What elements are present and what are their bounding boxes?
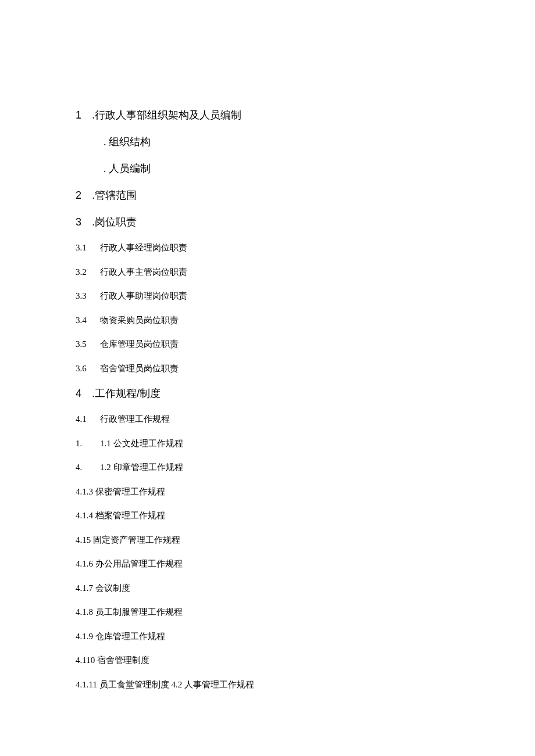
toc-title: .岗位职责	[92, 216, 137, 228]
toc-entry: 4.1.2 印章管理工作规程	[76, 461, 459, 474]
toc-number: 3.4	[76, 314, 100, 327]
toc-entry: 4.1.11 员工食堂管理制度 4.2 人事管理工作规程	[76, 678, 459, 691]
toc-number: 3	[76, 214, 92, 230]
toc-title: .工作规程/制度	[92, 388, 160, 399]
toc-title: 物资采购员岗位职责	[100, 316, 179, 325]
toc-entry: 4.110 宿舍管理制度	[76, 654, 459, 667]
toc-title: 行政管理工作规程	[100, 414, 170, 424]
toc-title: 4.1.8 员工制服管理工作规程	[76, 607, 183, 617]
toc-number: 3.6	[76, 362, 100, 375]
toc-title: 仓库管理员岗位职责	[100, 339, 179, 349]
toc-number: 4.1	[76, 413, 100, 426]
toc-title: 4.1.9 仓库管理工作规程	[76, 632, 165, 641]
toc-entry: . 人员编制	[76, 161, 459, 177]
toc-entry: 4.1.9 仓库管理工作规程	[76, 630, 459, 643]
toc-title: 1.2 印章管理工作规程	[100, 463, 183, 472]
toc-title: 行政人事经理岗位职责	[100, 243, 187, 252]
toc-number: 1.	[76, 437, 100, 450]
toc-title: .管辖范围	[92, 189, 137, 201]
toc-entry: 4.1.7 会议制度	[76, 582, 459, 595]
toc-entry: 3.6宿舍管理员岗位职责	[76, 362, 459, 375]
toc-entry: 3.5仓库管理员岗位职责	[76, 338, 459, 351]
toc-title: 行政人事助理岗位职责	[100, 291, 187, 300]
toc-title: 4.110 宿舍管理制度	[76, 655, 149, 665]
toc-entry: 3.岗位职责	[76, 214, 459, 230]
toc-entry: 4.工作规程/制度	[76, 386, 459, 402]
toc-number: 3.1	[76, 241, 100, 255]
toc-entry: 4.15 固定资产管理工作规程	[76, 533, 459, 547]
toc-entry: 4.1.6 办公用品管理工作规程	[76, 557, 459, 571]
toc-number: 3.3	[76, 289, 100, 303]
toc-number: 2	[76, 188, 92, 203]
toc-title: 4.1.6 办公用品管理工作规程	[76, 559, 183, 568]
toc-entry: 3.4物资采购员岗位职责	[76, 314, 459, 327]
toc-number: 1	[76, 108, 92, 123]
toc-title: 行政人事主管岗位职责	[100, 267, 187, 277]
toc-number: 3.2	[76, 266, 100, 279]
toc-title: .行政人事部组织架构及人员编制	[92, 109, 241, 121]
toc-entry: 1.行政人事部组织架构及人员编制	[76, 108, 459, 123]
toc-entry: 3.2行政人事主管岗位职责	[76, 266, 459, 279]
toc-entry: 4.1.8 员工制服管理工作规程	[76, 605, 459, 619]
toc-entry: 3.3行政人事助理岗位职责	[76, 289, 459, 303]
toc-entry: 3.1行政人事经理岗位职责	[76, 241, 459, 255]
toc-entry: 4.1.4 档案管理工作规程	[76, 509, 459, 522]
toc-number: 4.	[76, 461, 100, 474]
toc-title: . 组织结构	[104, 136, 151, 148]
toc-entry: . 组织结构	[76, 134, 459, 150]
toc-title: 4.1.11 员工食堂管理制度 4.2 人事管理工作规程	[76, 680, 254, 689]
toc-title: 1.1 公文处理工作规程	[100, 439, 183, 448]
toc-number: 4	[76, 386, 92, 402]
table-of-contents: 1.行政人事部组织架构及人员编制. 组织结构. 人员编制2.管辖范围3.岗位职责…	[76, 108, 459, 691]
toc-title: 4.1.4 档案管理工作规程	[76, 511, 165, 520]
toc-title: . 人员编制	[104, 163, 151, 174]
toc-title: 4.15 固定资产管理工作规程	[76, 535, 180, 544]
toc-title: 4.1.3 保密管理工作规程	[76, 487, 165, 496]
toc-entry: 1.1.1 公文处理工作规程	[76, 437, 459, 450]
toc-entry: 4.1.3 保密管理工作规程	[76, 485, 459, 499]
toc-title: 4.1.7 会议制度	[76, 583, 130, 593]
toc-title: 宿舍管理员岗位职责	[100, 364, 179, 373]
toc-number: 3.5	[76, 338, 100, 351]
toc-entry: 2.管辖范围	[76, 188, 459, 203]
toc-entry: 4.1行政管理工作规程	[76, 413, 459, 426]
